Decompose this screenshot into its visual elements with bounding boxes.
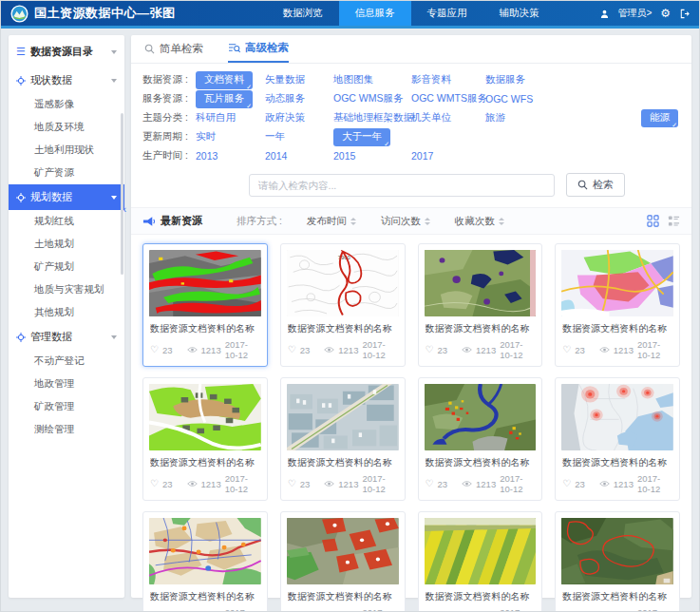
filter-option-research-use[interactable]: 科研自用 xyxy=(196,111,265,124)
tab-simple-search[interactable]: 简单检索 xyxy=(144,35,203,63)
settings-gear-icon[interactable]: ⚙ xyxy=(660,8,671,19)
sidebar-scrollbar[interactable] xyxy=(121,113,123,275)
card-date: 2017-10-12 xyxy=(225,607,260,612)
filter-option-av-material[interactable]: 影音资料 xyxy=(411,73,485,86)
likes-icon[interactable]: ♡ xyxy=(150,479,159,488)
filter-row-production-time: 生产时间 : 2013 2014 2015 2017 xyxy=(142,146,680,165)
sidebar-item-geo-disaster-planning[interactable]: 地质与灾害规划 xyxy=(9,278,124,301)
views-icon xyxy=(599,480,610,488)
sidebar-group-planning-data[interactable]: 规划数据 xyxy=(9,184,124,210)
card-stats: ♡ 23 1213 2017-10-12 xyxy=(425,607,537,612)
result-card[interactable]: 数据资源文档资料的名称 ♡ 23 1213 2017-10-12 xyxy=(555,377,680,501)
sidebar-item-other-planning[interactable]: 其他规划 xyxy=(9,301,124,324)
filter-option-realtime[interactable]: 实时 xyxy=(196,130,265,143)
card-date: 2017-10-12 xyxy=(362,473,397,494)
chevron-down-icon[interactable] xyxy=(111,79,117,83)
filter-option-one-year[interactable]: 一年 xyxy=(265,130,333,143)
filter-option-tourism[interactable]: 旅游 xyxy=(485,111,641,124)
result-card[interactable]: 数据资源文档资料的名称 ♡ 23 1213 2017-10-12 xyxy=(142,243,268,367)
filter-option-2015[interactable]: 2015 xyxy=(333,150,411,162)
filter-option-2013[interactable]: 2013 xyxy=(196,150,265,162)
likes-icon[interactable]: ♡ xyxy=(426,479,434,488)
sidebar-item-realestate-registry[interactable]: 不动产登记 xyxy=(9,350,124,373)
sidebar-item-planning-redline[interactable]: 规划红线 xyxy=(9,210,124,233)
sidebar-item-land-admin[interactable]: 地政管理 xyxy=(9,373,124,395)
filter-option-dynamic-service[interactable]: 动态服务 xyxy=(265,92,333,105)
list-view-icon[interactable] xyxy=(668,215,680,227)
sidebar-group-current-data[interactable]: 现状数据 xyxy=(9,67,124,93)
sort-by-publish-time[interactable]: 发布时间 xyxy=(307,215,356,228)
user-name[interactable]: 管理员> xyxy=(617,7,652,20)
chevron-down-icon[interactable] xyxy=(111,335,117,339)
likes-icon[interactable]: ♡ xyxy=(288,479,296,488)
result-card[interactable]: 数据资源文档资料的名称 ♡ 23 1213 2017-10-12 xyxy=(418,243,543,367)
nav-data-browse[interactable]: 数据浏览 xyxy=(267,1,339,26)
main-panel: 简单检索 高级检索 数据资源 : 文档资料✓ 矢量数据 地图图集 影音资料 数据… xyxy=(131,35,691,598)
filter-option-ogc-wms[interactable]: OGC WMS服务 xyxy=(333,92,411,105)
sidebar-item-mining-admin[interactable]: 矿政管理 xyxy=(9,395,124,418)
sidebar-header[interactable]: ☰ 数据资源目录 xyxy=(9,35,124,67)
likes-count: 23 xyxy=(162,345,173,355)
likes-icon[interactable]: ♡ xyxy=(150,345,159,354)
nav-thematic-apps[interactable]: 专题应用 xyxy=(411,1,483,26)
result-card[interactable]: 数据资源文档资料的名称 ♡ 23 1213 2017-10-12 xyxy=(142,377,268,501)
result-card[interactable]: 数据资源文档资料的名称 ♡ 23 1213 2017-10-12 xyxy=(142,511,268,612)
filter-option-doc-material[interactable]: 文档资料✓ xyxy=(196,71,253,89)
result-card[interactable]: 数据资源文档资料的名称 ♡ 23 1213 2017-10-12 xyxy=(555,243,680,367)
tab-advanced-search[interactable]: 高级检索 xyxy=(228,35,289,63)
likes-icon[interactable]: ♡ xyxy=(288,345,296,354)
grid-view-icon[interactable] xyxy=(647,215,659,227)
filter-option-org-unit[interactable]: 机关单位 xyxy=(411,111,485,124)
sidebar-item-mineral-resources[interactable]: 矿产资源 xyxy=(9,162,124,184)
filter-option-energy[interactable]: 能源✓ xyxy=(641,109,678,127)
nav-info-service[interactable]: 信息服务 xyxy=(339,1,411,26)
filter-option-2017[interactable]: 2017 xyxy=(411,150,485,162)
target-icon xyxy=(16,333,26,342)
card-date: 2017-10-12 xyxy=(362,607,397,612)
filter-option-tile-service[interactable]: 瓦片服务✓ xyxy=(196,90,253,108)
sidebar-item-surveying-admin[interactable]: 测绘管理 xyxy=(9,418,124,441)
filter-option-map-atlas[interactable]: 地图图集 xyxy=(333,73,411,86)
advanced-search-icon xyxy=(228,43,240,53)
sidebar-item-geology-env[interactable]: 地质及环境 xyxy=(9,116,124,139)
sidebar-item-remote-sensing[interactable]: 遥感影像 xyxy=(9,93,124,116)
result-card[interactable]: 数据资源文档资料的名称 ♡ 23 1213 2017-10-12 xyxy=(418,511,543,612)
sort-by-favorites[interactable]: 收藏次数 xyxy=(455,215,504,228)
result-card[interactable]: 7960 数据资源文档资料的名称 ♡ 23 1213 2017-10-12 xyxy=(280,243,406,367)
filter-option-gov-decision[interactable]: 政府决策 xyxy=(265,111,333,124)
result-card[interactable]: 数据资源文档资料的名称 ♡ 23 1213 2017-10-12 xyxy=(555,511,680,612)
nav-decision-support[interactable]: 辅助决策 xyxy=(483,1,556,26)
hamburger-icon[interactable]: ☰ xyxy=(16,47,26,57)
filter-option-basic-geo-framework[interactable]: 基础地理框架数据 xyxy=(333,111,411,124)
app-window: 国土资源数据中心—张图 数据浏览 信息服务 专题应用 辅助决策 管理员> ⚙ ☰… xyxy=(0,0,700,612)
filter-option-vector-data[interactable]: 矢量数据 xyxy=(265,73,333,86)
search-button[interactable]: 检索 xyxy=(566,173,625,197)
search-input[interactable] xyxy=(249,174,555,197)
logout-icon[interactable] xyxy=(679,9,690,19)
card-stats: ♡ 23 1213 2017-10-12 xyxy=(149,339,261,360)
likes-icon[interactable]: ♡ xyxy=(562,479,571,488)
filter-option-data-service[interactable]: 数据服务 xyxy=(485,73,680,86)
chevron-down-icon[interactable] xyxy=(111,196,117,200)
result-card[interactable]: 数据资源文档资料的名称 ♡ 23 1213 2017-10-12 xyxy=(280,377,406,501)
result-card[interactable]: 数据资源文档资料的名称 ♡ 23 1213 2017-10-12 xyxy=(418,377,543,501)
sidebar-collapse-handle[interactable]: ‹ xyxy=(123,204,126,215)
likes-icon[interactable]: ♡ xyxy=(426,345,434,354)
sidebar-group-management-data[interactable]: 管理数据 xyxy=(9,324,124,350)
filter-option-ogc-wmts[interactable]: OGC WMTS服务 xyxy=(411,92,485,105)
sidebar-item-mineral-planning[interactable]: 矿产规划 xyxy=(9,256,124,278)
sort-by-visits[interactable]: 访问次数 xyxy=(381,215,430,228)
card-thumbnail xyxy=(425,384,537,450)
card-stats: ♡ 23 1213 2017-10-12 xyxy=(149,607,261,612)
filter-option-2014[interactable]: 2014 xyxy=(265,150,333,162)
sidebar-item-land-planning[interactable]: 土地规划 xyxy=(9,233,124,256)
chevron-down-icon[interactable] xyxy=(111,50,117,54)
sidebar-item-landuse-status[interactable]: 土地利用现状 xyxy=(9,139,124,162)
likes-icon[interactable]: ♡ xyxy=(562,345,571,354)
resource-catalog-sidebar: ☰ 数据资源目录 现状数据 遥感影像 地质及环境 土地利用现状 矿产资源 规划数… xyxy=(9,35,124,598)
card-thumbnail xyxy=(287,384,399,450)
filter-option-ogc-wfs[interactable]: OGC WFS xyxy=(485,93,680,105)
card-date: 2017-10-12 xyxy=(500,473,535,494)
result-card[interactable]: 数据资源文档资料的名称 ♡ 23 1213 2017-10-12 xyxy=(280,511,406,612)
filter-option-over-one-year[interactable]: 大于一年✓ xyxy=(333,128,390,146)
